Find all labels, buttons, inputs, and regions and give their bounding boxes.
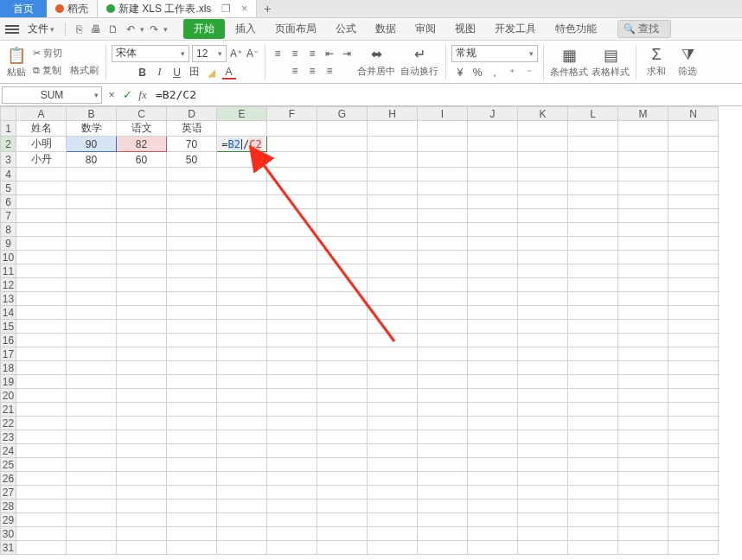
cell-C5[interactable]	[117, 181, 167, 195]
cell-L23[interactable]	[568, 430, 618, 444]
cell-L15[interactable]	[568, 320, 618, 334]
cell-A28[interactable]	[16, 500, 67, 513]
cell-F17[interactable]	[267, 347, 317, 361]
chevron-down-icon[interactable]: ▾	[140, 25, 144, 34]
cell-H23[interactable]	[368, 430, 418, 444]
cell-H8[interactable]	[368, 223, 418, 237]
cell-K29[interactable]	[518, 513, 568, 527]
cell-M23[interactable]	[618, 430, 668, 444]
cell-G6[interactable]	[317, 195, 368, 209]
cell-I31[interactable]	[418, 541, 468, 555]
cell-H24[interactable]	[368, 444, 418, 458]
cell-K21[interactable]	[518, 403, 568, 417]
cell-B7[interactable]	[67, 209, 117, 223]
row-header-11[interactable]: 11	[1, 264, 16, 278]
cell-I24[interactable]	[418, 444, 468, 458]
cell-F25[interactable]	[267, 458, 317, 472]
cell-N2[interactable]	[668, 137, 719, 152]
cell-E30[interactable]	[217, 527, 267, 541]
cell-A25[interactable]	[16, 458, 67, 472]
cell-D6[interactable]	[167, 195, 217, 209]
cell-E8[interactable]	[217, 223, 267, 237]
cell-L4[interactable]	[568, 168, 618, 181]
cell-B6[interactable]	[67, 195, 117, 209]
cell-F15[interactable]	[267, 320, 317, 334]
cell-E31[interactable]	[217, 541, 267, 555]
doc-tab-worksheet[interactable]: 新建 XLS 工作表.xls ❐ ×	[98, 0, 257, 17]
cell-L26[interactable]	[568, 472, 618, 486]
cell-C15[interactable]	[117, 320, 167, 334]
cell-N21[interactable]	[668, 403, 719, 417]
row-header-8[interactable]: 8	[1, 223, 16, 237]
cell-B5[interactable]	[67, 181, 117, 195]
ribbon-tab-data[interactable]: 数据	[367, 19, 405, 39]
cell-M10[interactable]	[618, 251, 668, 264]
cell-L7[interactable]	[568, 209, 618, 223]
cell-K13[interactable]	[518, 292, 568, 306]
align-center-button[interactable]: ≡	[305, 64, 319, 78]
select-all-corner[interactable]	[1, 107, 16, 121]
cell-J18[interactable]	[468, 361, 518, 375]
cell-K17[interactable]	[518, 347, 568, 361]
cell-D22[interactable]	[167, 417, 217, 430]
cell-A3[interactable]: 小丹	[16, 152, 67, 168]
cell-F1[interactable]	[267, 121, 317, 137]
cell-I8[interactable]	[418, 223, 468, 237]
cell-B8[interactable]	[67, 223, 117, 237]
cell-D27[interactable]	[167, 486, 217, 500]
cell-K25[interactable]	[518, 458, 568, 472]
cell-J6[interactable]	[468, 195, 518, 209]
cell-D8[interactable]	[167, 223, 217, 237]
cell-H7[interactable]	[368, 209, 418, 223]
cell-A26[interactable]	[16, 472, 67, 486]
cell-B19[interactable]	[67, 375, 117, 389]
cell-K14[interactable]	[518, 306, 568, 320]
cell-I18[interactable]	[418, 361, 468, 375]
cell-H2[interactable]	[368, 137, 418, 152]
cell-K19[interactable]	[518, 375, 568, 389]
cell-B16[interactable]	[67, 334, 117, 347]
cell-K20[interactable]	[518, 389, 568, 403]
col-header-M[interactable]: M	[618, 107, 668, 121]
cell-K10[interactable]	[518, 251, 568, 264]
cell-F21[interactable]	[267, 403, 317, 417]
cell-K15[interactable]	[518, 320, 568, 334]
cell-I12[interactable]	[418, 278, 468, 292]
cell-K16[interactable]	[518, 334, 568, 347]
row-header-25[interactable]: 25	[1, 458, 16, 472]
cell-K7[interactable]	[518, 209, 568, 223]
cell-C23[interactable]	[117, 430, 167, 444]
cell-N15[interactable]	[668, 320, 719, 334]
chevron-down-icon[interactable]: ▾	[163, 25, 168, 34]
cell-I29[interactable]	[418, 513, 468, 527]
cell-K5[interactable]	[518, 181, 568, 195]
cell-L11[interactable]	[568, 264, 618, 278]
col-header-B[interactable]: B	[67, 107, 117, 121]
cell-G20[interactable]	[317, 389, 368, 403]
cell-D3[interactable]: 50	[167, 152, 217, 168]
cell-C26[interactable]	[117, 472, 167, 486]
cell-M26[interactable]	[618, 472, 668, 486]
row-header-28[interactable]: 28	[1, 500, 16, 513]
row-header-22[interactable]: 22	[1, 417, 16, 430]
cell-E25[interactable]	[217, 458, 267, 472]
cell-E22[interactable]	[217, 417, 267, 430]
cell-H17[interactable]	[368, 347, 418, 361]
cell-F11[interactable]	[267, 264, 317, 278]
cell-L24[interactable]	[568, 444, 618, 458]
row-header-5[interactable]: 5	[1, 181, 16, 195]
cell-C11[interactable]	[117, 264, 167, 278]
cell-J24[interactable]	[468, 444, 518, 458]
row-header-2[interactable]: 2	[1, 137, 16, 152]
cell-L30[interactable]	[568, 527, 618, 541]
cell-H25[interactable]	[368, 458, 418, 472]
undo-button[interactable]: ↶	[123, 22, 138, 37]
cell-D23[interactable]	[167, 430, 217, 444]
cell-N31[interactable]	[668, 541, 719, 555]
cell-A14[interactable]	[16, 306, 67, 320]
fill-color-button[interactable]: ◢	[205, 66, 219, 80]
cell-N17[interactable]	[668, 347, 719, 361]
accept-formula-button[interactable]: ✓	[119, 88, 135, 101]
cell-N28[interactable]	[668, 500, 719, 513]
cell-M3[interactable]	[618, 152, 668, 168]
